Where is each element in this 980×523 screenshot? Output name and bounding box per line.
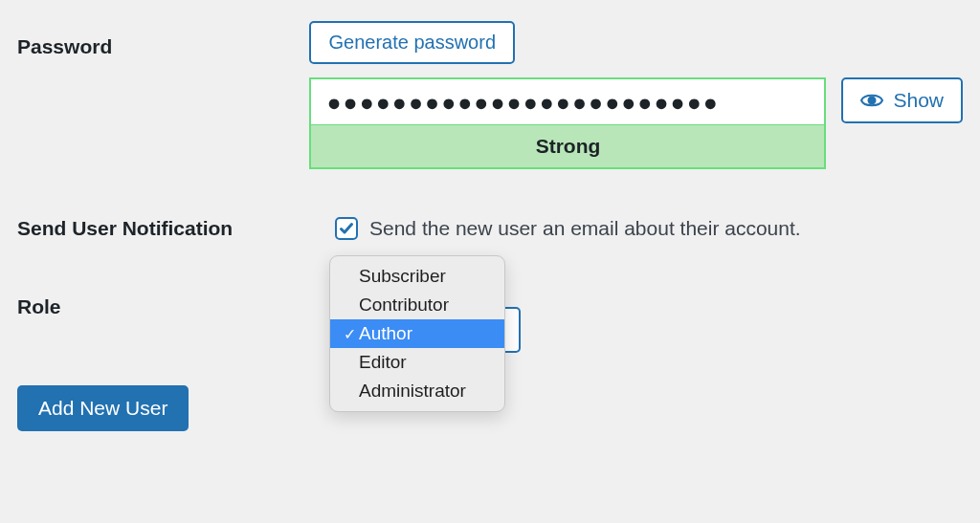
role-option-editor[interactable]: Editor	[330, 348, 504, 377]
password-input[interactable]	[311, 79, 824, 124]
role-option-label: Editor	[359, 352, 407, 373]
role-option-administrator[interactable]: Administrator	[330, 377, 504, 405]
add-new-user-label: Add New User	[38, 397, 167, 419]
role-option-subscriber[interactable]: Subscriber	[330, 262, 504, 291]
role-label: Role	[17, 295, 335, 318]
role-option-label: Subscriber	[359, 266, 446, 287]
role-option-label: Author	[359, 323, 412, 344]
role-option-author[interactable]: ✓ Author	[330, 319, 504, 348]
role-dropdown[interactable]: Subscriber Contributor ✓ Author Editor A…	[329, 255, 505, 412]
role-option-contributor[interactable]: Contributor	[330, 291, 504, 319]
eye-icon	[860, 92, 883, 109]
notification-label: Send User Notification	[17, 217, 335, 240]
role-option-label: Administrator	[359, 381, 466, 402]
svg-point-0	[869, 98, 876, 104]
notification-text: Send the new user an email about their a…	[369, 217, 801, 240]
show-password-button[interactable]: Show	[841, 77, 963, 123]
password-label: Password	[17, 21, 309, 58]
add-new-user-button[interactable]: Add New User	[17, 385, 189, 431]
generate-password-label: Generate password	[328, 32, 496, 54]
check-icon	[339, 221, 354, 236]
password-strength-indicator: Strong	[311, 124, 824, 167]
password-box: Strong	[309, 77, 826, 169]
generate-password-button[interactable]: Generate password	[309, 21, 515, 64]
checkmark-icon: ✓	[340, 325, 359, 343]
role-option-label: Contributor	[359, 294, 449, 316]
show-password-label: Show	[893, 89, 944, 112]
notification-checkbox[interactable]	[335, 217, 358, 240]
